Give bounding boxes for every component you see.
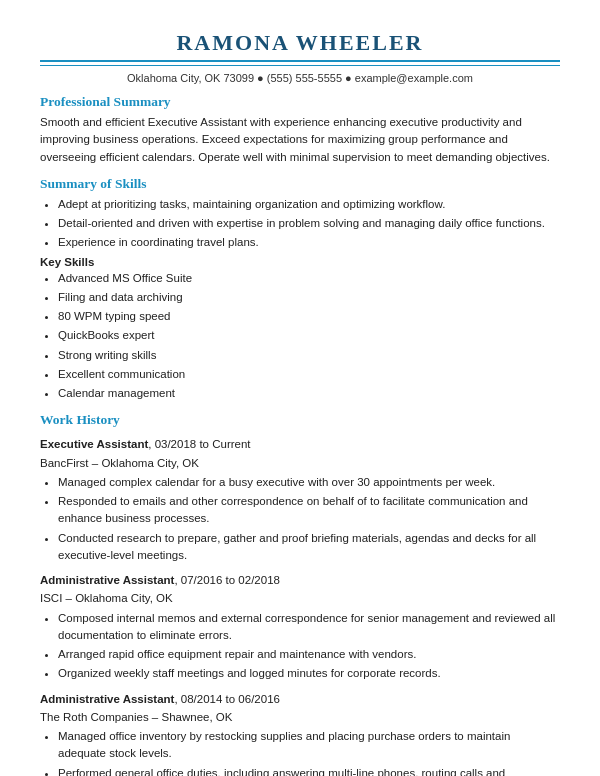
list-item: Managed office inventory by restocking s…	[58, 728, 560, 763]
list-item: Experience in coordinating travel plans.	[58, 234, 560, 251]
job-1-title: Executive Assistant	[40, 438, 148, 450]
key-skills-list: Advanced MS Office Suite Filing and data…	[58, 270, 560, 403]
work-history-title: Work History	[40, 412, 560, 428]
list-item: 80 WPM typing speed	[58, 308, 560, 325]
list-item: Calendar management	[58, 385, 560, 402]
list-item: Managed complex calendar for a busy exec…	[58, 474, 560, 491]
job-2-bullets: Composed internal memos and external cor…	[58, 610, 560, 683]
job-1: Executive Assistant, 03/2018 to Current …	[40, 436, 560, 564]
list-item: Advanced MS Office Suite	[58, 270, 560, 287]
professional-summary-body: Smooth and efficient Executive Assistant…	[40, 114, 560, 166]
job-3: Administrative Assistant, 08/2014 to 06/…	[40, 691, 560, 777]
summary-of-skills-section: Summary of Skills Adept at prioritizing …	[40, 176, 560, 403]
job-2-dates: , 07/2016 to 02/2018	[174, 574, 280, 586]
job-2-title-line: Administrative Assistant, 07/2016 to 02/…	[40, 572, 560, 589]
job-1-title-line: Executive Assistant, 03/2018 to Current	[40, 436, 560, 453]
summary-of-skills-title: Summary of Skills	[40, 176, 560, 192]
contact-info: Oklahoma City, OK 73099 ● (555) 555-5555…	[40, 72, 560, 84]
job-3-bullets: Managed office inventory by restocking s…	[58, 728, 560, 776]
divider-top	[40, 60, 560, 62]
list-item: Filing and data archiving	[58, 289, 560, 306]
list-item: Adept at prioritizing tasks, maintaining…	[58, 196, 560, 213]
job-2-company: ISCI – Oklahoma City, OK	[40, 590, 560, 607]
candidate-name: Ramona Wheeler	[40, 30, 560, 56]
work-history-section: Work History Executive Assistant, 03/201…	[40, 412, 560, 776]
divider-bottom	[40, 65, 560, 66]
list-item: Performed general office duties, includi…	[58, 765, 560, 777]
key-skills-label: Key Skills	[40, 256, 560, 268]
job-2-title: Administrative Assistant	[40, 574, 174, 586]
professional-summary-title: Professional Summary	[40, 94, 560, 110]
list-item: Arranged rapid office equipment repair a…	[58, 646, 560, 663]
list-item: Detail-oriented and driven with expertis…	[58, 215, 560, 232]
job-3-dates: , 08/2014 to 06/2016	[174, 693, 280, 705]
skills-bullet-list: Adept at prioritizing tasks, maintaining…	[58, 196, 560, 252]
header: Ramona Wheeler Oklahoma City, OK 73099 ●…	[40, 30, 560, 84]
job-3-company: The Roth Companies – Shawnee, OK	[40, 709, 560, 726]
list-item: Responded to emails and other correspond…	[58, 493, 560, 528]
list-item: Strong writing skills	[58, 347, 560, 364]
professional-summary-section: Professional Summary Smooth and efficien…	[40, 94, 560, 166]
list-item: Excellent communication	[58, 366, 560, 383]
list-item: Organized weekly staff meetings and logg…	[58, 665, 560, 682]
list-item: Conducted research to prepare, gather an…	[58, 530, 560, 565]
list-item: Composed internal memos and external cor…	[58, 610, 560, 645]
job-3-title-line: Administrative Assistant, 08/2014 to 06/…	[40, 691, 560, 708]
list-item: QuickBooks expert	[58, 327, 560, 344]
job-3-title: Administrative Assistant	[40, 693, 174, 705]
job-1-bullets: Managed complex calendar for a busy exec…	[58, 474, 560, 564]
job-1-company: BancFirst – Oklahoma City, OK	[40, 455, 560, 472]
job-1-dates: , 03/2018 to Current	[148, 438, 250, 450]
job-2: Administrative Assistant, 07/2016 to 02/…	[40, 572, 560, 683]
